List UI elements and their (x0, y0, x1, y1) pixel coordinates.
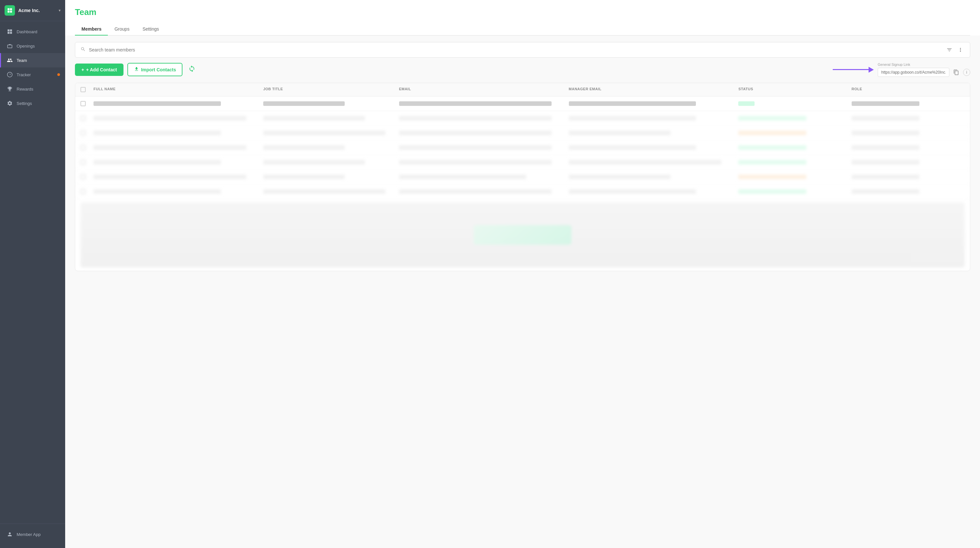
sidebar-item-label-team: Team (17, 58, 60, 63)
tab-groups[interactable]: Groups (108, 23, 136, 35)
main-content: Team Members Groups Settings (65, 0, 980, 548)
sidebar-item-label-rewards: Rewards (17, 87, 60, 92)
th-role: ROLE (852, 87, 965, 92)
page-title: Team (75, 7, 970, 17)
signup-link-label: General Signup Link (878, 62, 910, 67)
row-status (738, 101, 851, 106)
content-area: + + Add Contact Import Contacts (65, 35, 980, 548)
signup-link-input[interactable] (878, 68, 950, 77)
company-logo (5, 5, 15, 16)
sidebar-item-label-settings: Settings (17, 101, 60, 106)
main-nav: Dashboard Openings Team Tracker (0, 21, 65, 524)
row-checkbox[interactable] (81, 101, 94, 106)
tab-members[interactable]: Members (75, 23, 108, 35)
table-row (75, 111, 970, 126)
rewards-icon (6, 85, 13, 92)
filter-button[interactable] (945, 46, 954, 54)
tab-settings[interactable]: Settings (136, 23, 165, 35)
th-full-name: FULL NAME (94, 87, 263, 92)
toolbar: + + Add Contact Import Contacts (75, 63, 970, 76)
th-job-title: JOB TITLE (263, 87, 399, 92)
members-table: FULL NAME JOB TITLE EMAIL MANAGER EMAIL … (75, 83, 970, 271)
svg-rect-1 (10, 8, 12, 10)
dashboard-icon (6, 28, 13, 35)
add-contact-label: + Add Contact (86, 67, 117, 72)
signup-link-section: General Signup Link i (833, 62, 970, 77)
table-row (75, 155, 970, 170)
row-email (399, 101, 569, 106)
select-all-checkbox[interactable] (81, 87, 86, 92)
arrow-head-icon (869, 67, 874, 73)
sidebar: Acme Inc. ▾ Dashboard Openings Team (0, 0, 65, 548)
tracker-icon (6, 71, 13, 78)
sidebar-item-settings[interactable]: Settings (0, 96, 65, 110)
sidebar-item-team[interactable]: Team (0, 53, 65, 67)
th-manager-email: MANAGER EMAIL (569, 87, 738, 92)
signup-link-container: General Signup Link i (878, 62, 970, 77)
sidebar-item-tracker[interactable]: Tracker (0, 67, 65, 82)
settings-icon (6, 100, 13, 107)
copy-link-button[interactable] (952, 68, 961, 76)
arrow-annotation (833, 67, 874, 73)
table-row (75, 185, 970, 199)
refresh-button[interactable] (186, 63, 197, 76)
info-button[interactable]: i (963, 69, 970, 76)
search-bar (75, 42, 970, 58)
svg-rect-3 (10, 11, 12, 13)
th-email: EMAIL (399, 87, 569, 92)
svg-rect-2 (8, 11, 10, 13)
table-row (75, 170, 970, 185)
chevron-icon: ▾ (59, 8, 60, 13)
import-contacts-label: Import Contacts (141, 67, 176, 72)
row-full-name (94, 101, 263, 106)
add-contact-button[interactable]: + + Add Contact (75, 64, 124, 76)
table-header: FULL NAME JOB TITLE EMAIL MANAGER EMAIL … (75, 83, 970, 96)
arrow-line (833, 69, 869, 70)
company-name: Acme Inc. (18, 8, 59, 13)
add-icon: + (81, 67, 84, 72)
svg-rect-0 (8, 8, 10, 10)
sidebar-item-label-dashboard: Dashboard (17, 29, 60, 34)
sidebar-footer: Member App (0, 524, 65, 548)
import-contacts-button[interactable]: Import Contacts (127, 63, 183, 76)
blurred-bottom-area (81, 202, 965, 268)
sidebar-item-label-member-app: Member App (17, 532, 60, 537)
import-icon (134, 67, 139, 73)
sidebar-item-label-tracker: Tracker (17, 72, 56, 77)
sidebar-item-openings[interactable]: Openings (0, 39, 65, 53)
th-checkbox (81, 87, 94, 92)
sidebar-item-dashboard[interactable]: Dashboard (0, 24, 65, 39)
openings-icon (6, 42, 13, 49)
search-actions (945, 46, 965, 54)
table-row (75, 126, 970, 140)
tabs-bar: Members Groups Settings (75, 23, 970, 35)
more-options-button[interactable] (956, 46, 965, 54)
table-row[interactable] (75, 96, 970, 111)
blurred-rows (75, 111, 970, 268)
search-icon (81, 46, 86, 53)
sidebar-item-rewards[interactable]: Rewards (0, 82, 65, 96)
signup-link-row: i (878, 68, 970, 77)
table-row (75, 140, 970, 155)
sidebar-item-member-app[interactable]: Member App (0, 527, 65, 542)
tracker-badge (57, 73, 60, 76)
row-job-title (263, 101, 399, 106)
team-icon (6, 57, 13, 64)
row-manager-email (569, 101, 738, 106)
search-input[interactable] (89, 47, 942, 53)
company-header[interactable]: Acme Inc. ▾ (0, 0, 65, 21)
th-status: STATUS (738, 87, 851, 92)
row-role (852, 101, 965, 106)
page-header: Team Members Groups Settings (65, 0, 980, 35)
member-app-icon (6, 531, 13, 538)
sidebar-item-label-openings: Openings (17, 44, 60, 49)
